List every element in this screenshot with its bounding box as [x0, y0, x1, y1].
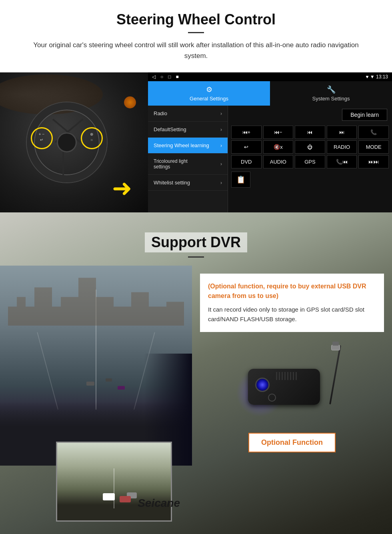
dvd-label: DVD	[241, 159, 252, 165]
dvr-section: Support DVR	[0, 212, 392, 534]
tab-system-settings[interactable]: 🔧 System Settings	[270, 81, 392, 106]
left-control-circle: + −↵	[31, 127, 53, 149]
menu-item-steering[interactable]: Steering Wheel learning ›	[148, 138, 228, 154]
mute-icon: 🔇x	[274, 144, 283, 150]
power-icon: ⏻	[307, 144, 312, 150]
menu-item-tricoloured[interactable]: Tricoloured lightsettings ›	[148, 154, 228, 175]
dvr-camera-illustration	[236, 345, 348, 425]
optional-function-button[interactable]: Optional Function	[248, 433, 336, 452]
menu-steering-label: Steering Wheel learning	[154, 142, 209, 148]
phone-prev-icon: 📞⏮	[336, 159, 348, 165]
dvr-optional-text: (Optional function, require to buy exter…	[208, 282, 376, 301]
page-title: Steering Wheel Control	[24, 11, 368, 28]
menu-tricoloured-label: Tricoloured lightsettings	[154, 158, 188, 170]
gear-icon: ⚙	[206, 85, 212, 94]
status-right: ♥ ▼ 13:13	[366, 74, 388, 80]
menu-item-default[interactable]: DefaultSetting ›	[148, 122, 228, 138]
audio-label: AUDIO	[270, 159, 286, 165]
dvr-title-area: Support DVR	[0, 224, 392, 266]
control-button-grid: ⏮+ ⏮− ⏮ ⏭ 📞 ↩ 🔇x ⏻ RADIO MODE DVD AUDIO …	[228, 124, 392, 170]
menu-item-radio[interactable]: Radio ›	[148, 106, 228, 122]
mute-btn[interactable]: 🔇x	[263, 140, 294, 154]
dvr-divider	[188, 256, 204, 258]
dvr-info-area: (Optional function, require to buy exter…	[192, 266, 392, 534]
nav-icons: ◁ ○ □ ■	[152, 74, 179, 80]
android-content: Radio › DefaultSetting › Steering Wheel …	[148, 106, 392, 212]
radio-label: RADIO	[334, 144, 350, 150]
begin-learn-button[interactable]: Begin learn	[342, 109, 387, 121]
android-ui-panel: ◁ ○ □ ■ ♥ ▼ 13:13 ⚙ General Settings 🔧 S…	[148, 72, 392, 212]
steering-wheel: + −↵ ⊕○	[23, 98, 111, 186]
arrow-icon: ›	[220, 111, 222, 116]
skip-icon: ⏭⏭	[368, 159, 379, 165]
skip-btn[interactable]: ⏭⏭	[358, 155, 389, 168]
dvr-title: Support DVR	[145, 232, 247, 252]
dvd-btn[interactable]: DVD	[231, 155, 262, 168]
right-control-circle: ⊕○	[81, 127, 103, 149]
seicane-watermark: Seicane	[134, 493, 184, 514]
phone-btn[interactable]: 📞	[358, 126, 389, 139]
tab-general-settings[interactable]: ⚙ General Settings	[148, 81, 270, 106]
home-icon[interactable]: ○	[160, 74, 163, 80]
camera-vents	[276, 372, 297, 380]
section1-description: Your original car's steering wheel contr…	[24, 40, 368, 61]
settings-menu: Radio › DefaultSetting › Steering Wheel …	[148, 106, 228, 212]
back-call-btn[interactable]: ↩	[231, 140, 262, 154]
prev-track-btn[interactable]: ⏮	[295, 126, 325, 139]
vol-up-icon: ⏮+	[242, 129, 251, 135]
arrow-icon: ›	[220, 180, 222, 186]
whitelist-icon-btn[interactable]: 📋	[231, 172, 250, 188]
menu-item-whitelist[interactable]: Whitelist setting ›	[148, 175, 228, 191]
wheel-center	[57, 132, 77, 152]
mode-btn[interactable]: MODE	[358, 140, 389, 154]
dvr-main-area: Seicane (Optional function, require to b…	[0, 266, 392, 534]
dvr-road-view	[0, 266, 192, 466]
dvr-description: It can record video only to storage in G…	[208, 305, 376, 324]
menu-radio-label: Radio	[154, 110, 167, 116]
back-icon[interactable]: ◁	[152, 74, 156, 80]
arrow-icon: ›	[220, 127, 222, 132]
file-icon: 📋	[236, 175, 245, 184]
steering-learn-panel: Begin learn ⏮+ ⏮− ⏮ ⏭ 📞 ↩ 🔇x ⏻ RADIO MOD…	[228, 106, 392, 212]
usb-connector	[332, 342, 339, 346]
next-track-btn[interactable]: ⏭	[327, 126, 357, 139]
camera-lens	[255, 378, 270, 392]
vol-down-btn[interactable]: ⏮−	[263, 126, 294, 139]
menu-icon[interactable]: ■	[176, 74, 179, 80]
power-btn[interactable]: ⏻	[295, 140, 325, 154]
steering-wheel-image: + −↵ ⊕○ ➜	[0, 72, 148, 212]
steering-bg: + −↵ ⊕○ ➜	[0, 72, 148, 212]
phone-prev-btn[interactable]: 📞⏮	[327, 155, 357, 168]
camera-body	[248, 369, 320, 405]
recents-icon[interactable]: □	[168, 74, 171, 80]
tab-general-label: General Settings	[190, 96, 228, 102]
android-tabs: ⚙ General Settings 🔧 System Settings	[148, 81, 392, 106]
arrow-icon: ›	[220, 143, 222, 148]
dvr-camera-area	[200, 345, 384, 425]
vol-down-icon: ⏮−	[274, 129, 282, 135]
gps-label: GPS	[304, 159, 315, 165]
hangup-icon: ↩	[244, 144, 248, 150]
audio-btn[interactable]: AUDIO	[263, 155, 294, 168]
radio-btn[interactable]: RADIO	[327, 140, 357, 154]
clock: 13:13	[376, 74, 388, 80]
title-divider	[188, 32, 204, 33]
section1-header: Steering Wheel Control Your original car…	[0, 0, 392, 65]
signal-icon: ♥ ▼	[366, 74, 376, 80]
gps-btn[interactable]: GPS	[295, 155, 325, 168]
next-icon: ⏭	[339, 129, 344, 135]
seicane-logo: Seicane	[134, 493, 184, 514]
menu-whitelist-label: Whitelist setting	[154, 180, 190, 186]
vol-up-btn[interactable]: ⏮+	[231, 126, 262, 139]
dvr-info-card: (Optional function, require to buy exter…	[200, 274, 384, 332]
dvr-footage-area: Seicane	[0, 266, 192, 534]
wrench-icon: 🔧	[327, 85, 336, 94]
whitelist-icon-row: 📋	[228, 170, 392, 189]
dvr-content: Support DVR	[0, 212, 392, 534]
steering-section: + −↵ ⊕○ ➜ ◁ ○ □ ■ ♥ ▼ 1	[0, 72, 392, 212]
phone-icon: 📞	[370, 129, 377, 135]
status-bar: ◁ ○ □ ■ ♥ ▼ 13:13	[148, 72, 392, 81]
arrow-icon: ›	[220, 161, 222, 167]
menu-default-label: DefaultSetting	[154, 126, 186, 132]
camera-cable	[329, 345, 341, 404]
